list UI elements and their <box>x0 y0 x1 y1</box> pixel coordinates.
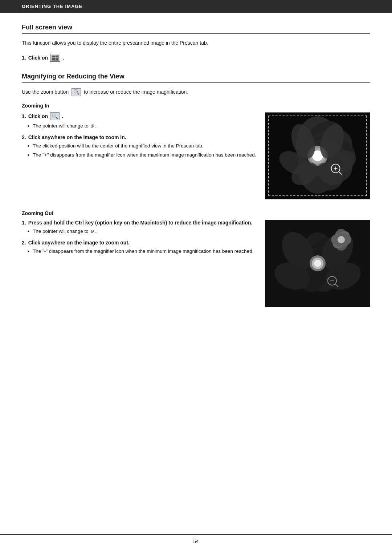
zoom-out-step1-text: Press and hold the Ctrl key (option key … <box>28 220 253 226</box>
zoom-out-flower-image <box>265 220 370 307</box>
magnify-description: Use the zoom button 🔍 to increase or red… <box>22 88 370 96</box>
fullscreen-step1: 1. Click on . <box>22 54 370 62</box>
zoom-in-button-icon[interactable]: 🔍 <box>50 112 60 120</box>
svg-rect-3 <box>52 58 55 60</box>
fullscreen-description: This function allows you to display the … <box>22 39 370 47</box>
svg-point-39 <box>314 260 321 267</box>
svg-rect-1 <box>52 56 55 57</box>
fullscreen-icon <box>52 55 59 61</box>
zooming-in-steps: 1. Click on 🔍 . The pointer will change … <box>22 112 258 163</box>
zoom-in-bullet-list-2: The clicked position will be the center … <box>28 142 258 159</box>
fullscreen-button-icon[interactable] <box>50 54 60 62</box>
zoom-in-step1-text: Click on <box>28 113 48 119</box>
zoom-out-step1: 1. Press and hold the Ctrl key (option k… <box>22 220 258 226</box>
zooming-in-content: 1. Click on 🔍 . The pointer will change … <box>22 112 370 199</box>
zoom-in-step2: 2. Click anywhere on the image to zoom i… <box>22 134 258 140</box>
zooming-out-section: Zooming Out 1. Press and hold the Ctrl k… <box>22 210 370 307</box>
fullscreen-title: Full screen view <box>22 24 370 34</box>
zoom-out-bullet-2: The "-" disappears from the magnifier ic… <box>28 248 258 255</box>
zoom-in-step1: 1. Click on 🔍 . <box>22 112 258 120</box>
zoom-in-step2-text: Click anywhere on the image to zoom in. <box>28 134 126 140</box>
zoom-out-bullet-1: The pointer will change to ⊖ . <box>28 228 258 235</box>
fullscreen-step1-number: 1. <box>22 55 26 61</box>
magnify-desc-prefix: Use the zoom button <box>22 89 69 95</box>
svg-point-43 <box>338 236 345 243</box>
zoom-out-step2: 2. Click anywhere on the image to zoom o… <box>22 240 258 246</box>
magnify-title: Magnifying or Reducing the View <box>22 73 370 83</box>
zoom-in-bullet-2: The clicked position will be the center … <box>28 142 258 150</box>
page-number: 54 <box>193 539 199 544</box>
zoom-button-icon[interactable]: 🔍 <box>72 88 81 96</box>
zoom-out-image-container <box>265 220 370 307</box>
zooming-out-steps: 1. Press and hold the Ctrl key (option k… <box>22 220 258 260</box>
magnify-desc-suffix: to increase or reduce the image magnific… <box>84 89 188 95</box>
zoom-in-bullet-3: The "+" disappears from the magnifier ic… <box>28 151 258 159</box>
zoom-out-bullet-list-1: The pointer will change to ⊖ . <box>28 228 258 235</box>
zooming-out-label: Zooming Out <box>22 210 370 216</box>
header-title: ORIENTING THE IMAGE <box>22 4 82 9</box>
magnify-section: Magnifying or Reducing the View Use the … <box>22 73 370 307</box>
page-header: ORIENTING THE IMAGE <box>0 0 392 13</box>
page-footer: 54 <box>0 534 392 548</box>
flower-svg-zoom-in <box>265 113 370 199</box>
flower-svg-zoom-out <box>265 220 370 307</box>
zoom-in-flower-image <box>265 112 370 199</box>
zoom-in-bullet-list-1: The pointer will change to ⊕ . <box>28 122 258 130</box>
fullscreen-step1-text: Click on <box>28 55 48 61</box>
zoom-out-bullet-list-2: The "-" disappears from the magnifier ic… <box>28 248 258 255</box>
svg-rect-2 <box>56 56 58 57</box>
zooming-out-content: 1. Press and hold the Ctrl key (option k… <box>22 220 370 307</box>
svg-rect-4 <box>56 58 58 60</box>
zoom-in-image-container <box>265 112 370 199</box>
fullscreen-section: Full screen view This function allows yo… <box>22 24 370 62</box>
zoom-in-bullet-1: The pointer will change to ⊕ . <box>28 122 258 130</box>
zooming-in-label: Zooming In <box>22 103 370 109</box>
pointer-symbol-2: ⊖ <box>90 228 94 234</box>
zoom-in-step1-number: 1. <box>22 113 26 119</box>
pointer-symbol-1: ⊕ <box>90 123 94 129</box>
main-content: Full screen view This function allows yo… <box>0 13 392 329</box>
zoom-out-step2-text: Click anywhere on the image to zoom out. <box>28 240 130 246</box>
fullscreen-step1-period: . <box>62 55 64 61</box>
zoom-in-step1-period: . <box>62 113 63 119</box>
